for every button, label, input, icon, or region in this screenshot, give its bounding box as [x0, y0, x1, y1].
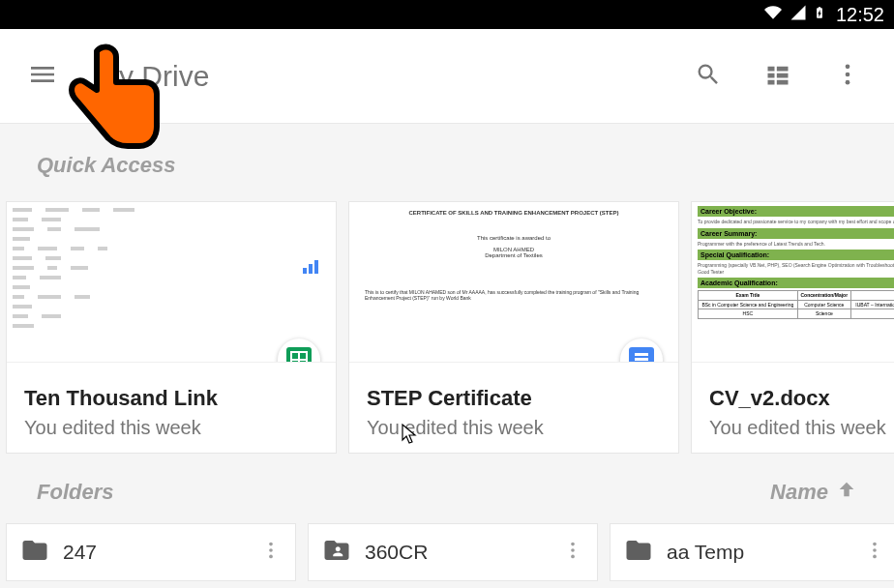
file-subtitle: You edited this week	[367, 417, 661, 439]
svg-point-6	[269, 543, 273, 546]
svg-point-14	[873, 555, 877, 559]
quick-access-row: Ten Thousand Link You edited this week C…	[0, 201, 894, 454]
folder-name: 247	[63, 541, 243, 564]
status-bar: 12:52	[0, 0, 894, 29]
folder-overflow-button[interactable]	[256, 536, 285, 569]
file-thumbnail	[7, 202, 336, 363]
quick-card[interactable]: Ten Thousand Link You edited this week	[6, 201, 337, 454]
svg-rect-5	[314, 260, 318, 274]
folders-label: Folders	[37, 480, 113, 505]
file-thumbnail: CERTIFICATE OF SKILLS AND TRAINING ENHAN…	[349, 202, 678, 363]
svg-point-0	[846, 64, 850, 69]
search-button[interactable]	[689, 55, 728, 98]
page-title: My Drive	[95, 60, 209, 93]
svg-point-9	[571, 543, 575, 546]
svg-point-10	[571, 548, 575, 552]
menu-button[interactable]	[19, 51, 66, 102]
sort-button[interactable]: Name	[770, 479, 857, 506]
shared-folder-icon	[322, 536, 351, 569]
file-thumbnail: Career Objective: To provide dedicated a…	[692, 202, 894, 363]
arrow-up-icon	[836, 479, 857, 506]
svg-point-2	[846, 79, 850, 84]
cell-signal-icon	[790, 4, 807, 25]
folder-card[interactable]: 247	[6, 523, 296, 581]
svg-point-11	[571, 555, 575, 559]
svg-point-13	[873, 548, 877, 552]
svg-point-7	[269, 548, 273, 552]
file-title: Ten Thousand Link	[24, 386, 318, 411]
file-subtitle: You edited this week	[709, 417, 894, 439]
folders-header: Folders Name	[0, 454, 894, 523]
quick-access-label: Quick Access	[0, 124, 894, 201]
folder-overflow-button[interactable]	[558, 536, 587, 569]
folder-card[interactable]: aa Temp	[610, 523, 894, 581]
folder-row: 247 360CR aa Temp	[0, 523, 894, 581]
status-clock: 12:52	[836, 4, 884, 26]
quick-card[interactable]: CERTIFICATE OF SKILLS AND TRAINING ENHAN…	[348, 201, 679, 454]
svg-rect-4	[309, 264, 313, 274]
folder-overflow-button[interactable]	[860, 536, 889, 569]
sort-label: Name	[770, 480, 828, 505]
svg-point-12	[873, 543, 877, 546]
folder-name: 360CR	[365, 541, 545, 564]
folder-name: aa Temp	[667, 541, 847, 564]
svg-rect-3	[303, 268, 307, 274]
view-toggle-button[interactable]	[759, 55, 797, 98]
file-title: STEP Certificate	[367, 386, 661, 411]
wifi-icon	[762, 4, 784, 25]
file-title: CV_v2.docx	[709, 386, 894, 411]
chart-icon	[301, 256, 326, 276]
folder-card[interactable]: 360CR	[308, 523, 598, 581]
folder-icon	[20, 536, 49, 569]
battery-charging-icon	[813, 3, 826, 26]
svg-point-1	[846, 72, 850, 76]
svg-point-8	[269, 555, 273, 559]
file-subtitle: You edited this week	[24, 417, 318, 439]
app-bar: My Drive	[0, 29, 894, 124]
folder-icon	[624, 536, 653, 569]
quick-card[interactable]: Career Objective: To provide dedicated a…	[691, 201, 894, 454]
overflow-menu-button[interactable]	[828, 55, 867, 98]
